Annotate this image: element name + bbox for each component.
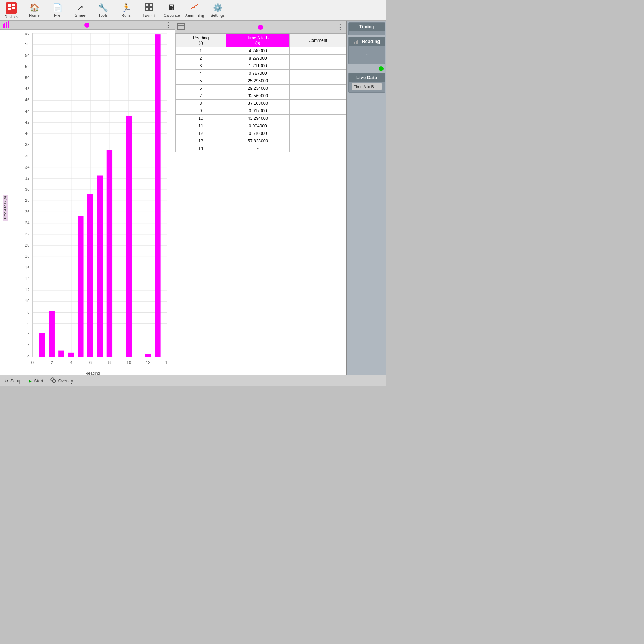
cell-time: - — [226, 145, 290, 152]
bar-3[interactable] — [58, 351, 64, 357]
cell-time: 37.103000 — [226, 100, 290, 107]
cell-comment — [290, 62, 346, 70]
cell-reading: 12 — [176, 130, 226, 137]
bar-13[interactable] — [155, 34, 160, 357]
chart-area: Time A to B (s) .grid-line { stroke: #dd… — [0, 30, 175, 386]
svg-text:0: 0 — [31, 360, 34, 365]
table-row: 629.234000 — [176, 85, 346, 92]
svg-rect-8 — [3, 24, 4, 28]
bar-9[interactable] — [116, 357, 122, 357]
toolbar-home-button[interactable]: 🏠 Home — [23, 1, 46, 19]
bar-12[interactable] — [145, 354, 151, 357]
cell-comment — [290, 70, 346, 77]
svg-text:22: 22 — [25, 232, 29, 236]
cell-reading: 10 — [176, 115, 226, 122]
toolbar-tools-button[interactable]: 🔧 Tools — [92, 1, 114, 19]
runs-label: Runs — [121, 13, 131, 18]
svg-text:30: 30 — [25, 187, 29, 191]
main-area: ⋮ Time A to B (s) .grid-line { stroke: #… — [0, 21, 386, 375]
svg-text:2: 2 — [51, 360, 53, 365]
runs-icon: 🏃 — [121, 3, 131, 13]
table-row: 1043.294000 — [176, 115, 346, 122]
table-menu-button[interactable]: ⋮ — [336, 23, 344, 31]
table-panel: ⋮ Reading(-) Time A to B(s) Comment 14.2… — [175, 21, 347, 375]
cell-time: 0.510000 — [226, 130, 290, 137]
toolbar-calculate-button[interactable]: 🖩 Calculate — [160, 1, 183, 19]
cell-time: 4.240000 — [226, 47, 290, 55]
chart-header: ⋮ — [0, 21, 175, 30]
calculate-label: Calculate — [164, 13, 180, 18]
table-row: 14.240000 — [176, 47, 346, 55]
cell-comment — [290, 77, 346, 85]
table-row: 90.017000 — [176, 107, 346, 115]
cell-reading: 4 — [176, 70, 226, 77]
svg-text:46: 46 — [25, 98, 29, 102]
cell-reading: 1 — [176, 47, 226, 55]
cell-reading: 7 — [176, 92, 226, 100]
svg-text:52: 52 — [25, 64, 29, 69]
toolbar-smoothing-button[interactable]: Smoothing — [183, 1, 206, 19]
svg-text:4: 4 — [27, 332, 29, 337]
bar-10[interactable] — [126, 116, 132, 357]
toolbar-file-button[interactable]: 📄 File — [46, 1, 69, 19]
cell-reading: 8 — [176, 100, 226, 107]
bar-6[interactable] — [87, 194, 93, 357]
col-comment-header: Comment — [290, 34, 346, 47]
reading-title: Reading — [349, 37, 385, 46]
col-time-header: Time A to B(s) — [226, 34, 290, 47]
svg-text:54: 54 — [25, 53, 29, 57]
svg-rect-5 — [149, 3, 152, 6]
cell-comment — [290, 145, 346, 152]
timing-card: Timing — [348, 22, 385, 35]
toolbar-settings-button[interactable]: ⚙️ Settings — [206, 1, 229, 19]
layout-label: Layout — [143, 14, 155, 18]
chart-type-icon[interactable] — [2, 21, 9, 29]
svg-rect-2 — [12, 7, 15, 9]
svg-text:12: 12 — [146, 360, 150, 365]
bar-2[interactable] — [49, 311, 55, 357]
toolbar-layout-button[interactable]: Layout — [137, 1, 160, 19]
col-reading-header: Reading(-) — [176, 34, 226, 47]
table-type-icon[interactable] — [177, 23, 185, 31]
y-axis-label: Time A to B (s) — [3, 195, 8, 221]
svg-text:10: 10 — [25, 299, 29, 303]
bar-8[interactable] — [107, 150, 112, 357]
svg-text:28: 28 — [25, 198, 29, 203]
cell-time: 0.787000 — [226, 70, 290, 77]
toolbar-share-button[interactable]: ↗ Share — [69, 1, 92, 19]
svg-rect-0 — [8, 4, 11, 7]
live-data-item: Time A to B — [352, 83, 382, 90]
calculate-icon: 🖩 — [168, 3, 176, 13]
svg-rect-6 — [145, 7, 148, 10]
bar-4[interactable] — [68, 353, 74, 357]
settings-label: Settings — [210, 13, 225, 18]
chart-menu-button[interactable]: ⋮ — [165, 21, 172, 29]
cell-time: 8.299000 — [226, 55, 290, 62]
live-data-card: Live Data Time A to B — [348, 73, 385, 93]
bar-1[interactable] — [39, 333, 45, 357]
bar-7[interactable] — [97, 176, 103, 357]
tools-label: Tools — [98, 13, 108, 18]
table-scroll[interactable]: Reading(-) Time A to B(s) Comment 14.240… — [175, 34, 346, 375]
cell-reading: 6 — [176, 85, 226, 92]
svg-text:26: 26 — [25, 210, 29, 214]
svg-text:0: 0 — [27, 355, 29, 359]
cell-comment — [290, 107, 346, 115]
bar-5[interactable] — [78, 216, 83, 357]
cell-reading: 11 — [176, 122, 226, 130]
devices-label: Devices — [4, 15, 18, 19]
cell-comment — [290, 137, 346, 145]
svg-rect-93 — [354, 42, 355, 44]
svg-text:58: 58 — [25, 33, 29, 35]
share-label: Share — [75, 13, 85, 18]
toolbar-runs-button[interactable]: 🏃 Runs — [114, 1, 137, 19]
chart-panel: ⋮ Time A to B (s) .grid-line { stroke: #… — [0, 21, 175, 375]
svg-text:42: 42 — [25, 120, 29, 125]
reading-card: Reading - — [348, 37, 385, 64]
cell-time: 29.234000 — [226, 85, 290, 92]
svg-text:48: 48 — [25, 87, 29, 91]
svg-text:14: 14 — [25, 277, 29, 281]
table-row: 837.103000 — [176, 100, 346, 107]
toolbar-devices-button[interactable]: Devices — [0, 1, 23, 19]
cell-comment — [290, 47, 346, 55]
